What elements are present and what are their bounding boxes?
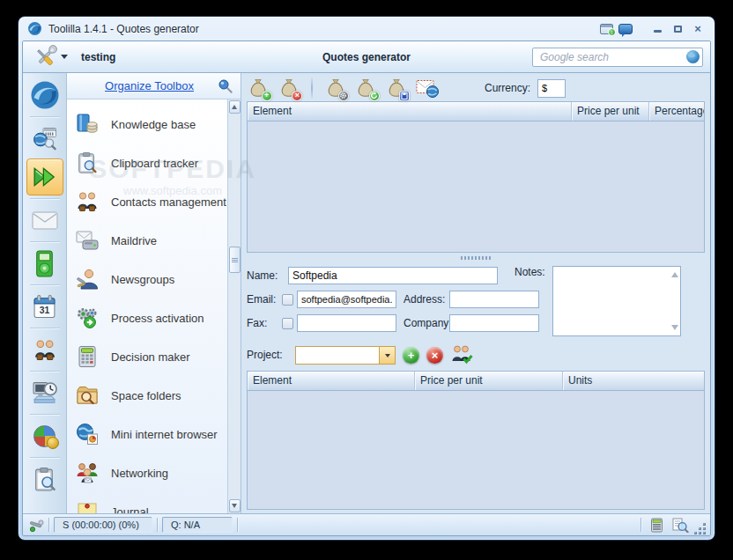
project-elements-table: Element Price per unit Units	[247, 371, 705, 510]
name-label: Name:	[247, 269, 288, 282]
minimize-to-tray-icon[interactable]: ↓	[600, 24, 613, 34]
name-field[interactable]	[288, 267, 498, 284]
scroll-up-button[interactable]	[229, 100, 241, 114]
combo-dropdown-button[interactable]	[379, 347, 395, 364]
notes-scroll-up-icon[interactable]	[671, 269, 678, 277]
horizontal-splitter[interactable]	[247, 253, 705, 262]
sidebar-item-contacts[interactable]	[26, 331, 63, 368]
toolbox-item-maildrive[interactable]: Maildrive	[76, 221, 227, 260]
sidebar-item-media[interactable]	[26, 245, 63, 282]
email-checkbox[interactable]	[282, 294, 293, 306]
table-body-empty[interactable]	[248, 122, 704, 252]
report-search-status-icon[interactable]	[672, 518, 689, 533]
toolbox-item-label: Newsgroups	[111, 273, 174, 286]
project-label: Project:	[247, 349, 288, 361]
toolbox-header: Organize Toolbox	[67, 73, 241, 99]
column-header-element[interactable]: Element	[248, 372, 415, 390]
currency-input[interactable]	[537, 79, 566, 98]
notes-textarea[interactable]	[552, 266, 681, 336]
search-globe-icon[interactable]	[686, 50, 700, 63]
column-header-element[interactable]: Element	[248, 102, 572, 121]
session-tool-icon	[28, 519, 44, 532]
client-area: Quotes generator testing	[22, 41, 711, 536]
clipboard-search-icon	[33, 467, 57, 492]
scrollbar-thumb[interactable]	[229, 247, 241, 273]
sidebar-item-home[interactable]	[26, 77, 63, 114]
toolbox-item-mini-browser[interactable]: Mini internet browser	[76, 415, 227, 453]
assign-contacts-button[interactable]	[450, 344, 473, 365]
sidebar-item-calendar[interactable]: 31	[26, 288, 63, 325]
toolbox-item-networking[interactable]: Networking	[76, 453, 227, 492]
window-title: Toolilla 1.4.1 - Quotes generator	[48, 23, 199, 35]
toolbox-item-label: Journal	[111, 505, 149, 514]
sidebar-item-websearch[interactable]	[26, 120, 63, 157]
toolbox-item-newsgroups[interactable]: Newsgroups	[76, 260, 227, 298]
main-region: 31	[23, 73, 710, 513]
toolbox-item-decision-maker[interactable]: Decision maker	[76, 337, 227, 376]
column-header-units[interactable]: Units	[563, 372, 704, 390]
mail-icon	[32, 211, 58, 230]
toolbox-item-clipboard-tracker[interactable]: Clipboard tracker	[76, 144, 227, 182]
organize-toolbox-link[interactable]: Organize Toolbox	[105, 79, 194, 92]
save-badge-icon	[399, 91, 410, 101]
toolbox-scrollbar[interactable]	[227, 99, 241, 513]
toolbox-item-label: Maildrive	[111, 234, 157, 247]
notes-scroll-down-icon[interactable]	[671, 325, 678, 334]
maximize-button[interactable]	[671, 24, 684, 34]
toolbox-item-journal[interactable]: Journal	[76, 492, 227, 513]
add-quote-element-button[interactable]: +	[247, 77, 270, 100]
scroll-down-button[interactable]	[229, 499, 241, 512]
decision-maker-icon	[76, 345, 99, 368]
app-logo-icon	[30, 80, 60, 110]
project-combobox[interactable]	[295, 346, 396, 365]
email-field[interactable]	[297, 291, 396, 308]
delete-project-button[interactable]: ×	[426, 347, 443, 364]
add-project-button[interactable]: +	[403, 347, 419, 364]
sidebar-item-finance[interactable]	[26, 417, 63, 454]
cross-badge-icon: ×	[292, 91, 302, 101]
refresh-quote-button[interactable]	[354, 77, 378, 100]
tools-menu-button[interactable]	[30, 44, 70, 70]
column-header-price-per-unit[interactable]: Price per unit	[415, 372, 563, 390]
pin-icon[interactable]	[218, 78, 233, 94]
chat-bubble-icon[interactable]	[618, 24, 633, 34]
status-separator	[640, 518, 641, 532]
notes-label: Notes:	[515, 266, 545, 336]
google-search-box	[532, 48, 703, 67]
toolbox-item-process-activation[interactable]: Process activation	[76, 298, 227, 337]
delete-quote-element-button[interactable]: ×	[278, 77, 301, 100]
minimize-button[interactable]	[651, 24, 663, 34]
profile-name: testing	[81, 51, 115, 63]
column-header-percentage[interactable]: Percentage	[649, 102, 704, 121]
table-body-empty[interactable]	[248, 391, 704, 509]
resize-grip[interactable]	[695, 524, 707, 535]
toolbox-item-contacts-management[interactable]: Contacts management	[76, 182, 227, 221]
save-quote-button[interactable]	[385, 77, 409, 100]
fast-forward-icon	[33, 166, 57, 188]
quote-settings-button[interactable]	[323, 77, 347, 100]
sidebar-separator	[30, 198, 60, 199]
fax-field[interactable]	[297, 314, 396, 332]
newsgroups-icon	[76, 268, 99, 291]
media-player-icon	[35, 250, 54, 277]
toolbox-item-space-folders[interactable]: Space folders	[76, 376, 227, 415]
search-input[interactable]	[538, 50, 686, 64]
sidebar-item-processes[interactable]	[26, 374, 63, 411]
email-quote-button[interactable]	[415, 77, 439, 100]
fax-checkbox[interactable]	[282, 318, 293, 329]
toolbox-item-knowledge-base[interactable]: Knowledge base	[76, 105, 227, 144]
column-header-price-per-unit[interactable]: Price per unit	[572, 102, 649, 121]
module-sidebar: 31	[23, 73, 67, 513]
sidebar-separator	[30, 371, 60, 372]
sidebar-item-mail[interactable]	[26, 202, 63, 239]
project-combo-input[interactable]	[296, 347, 379, 364]
sidebar-item-quotes-selected[interactable]	[26, 158, 63, 195]
app-toolbar: Quotes generator testing	[23, 41, 710, 73]
titlebar[interactable]: Toolilla 1.4.1 - Quotes generator ↓ ×	[19, 17, 714, 41]
fax-label: Fax:	[247, 317, 277, 329]
sidebar-item-clipboard[interactable]	[26, 461, 63, 497]
calculator-status-icon[interactable]	[650, 518, 663, 533]
app-window: Toolilla 1.4.1 - Quotes generator ↓ × Qu…	[18, 16, 715, 541]
journal-icon	[76, 500, 99, 513]
close-button[interactable]: ×	[692, 24, 704, 34]
